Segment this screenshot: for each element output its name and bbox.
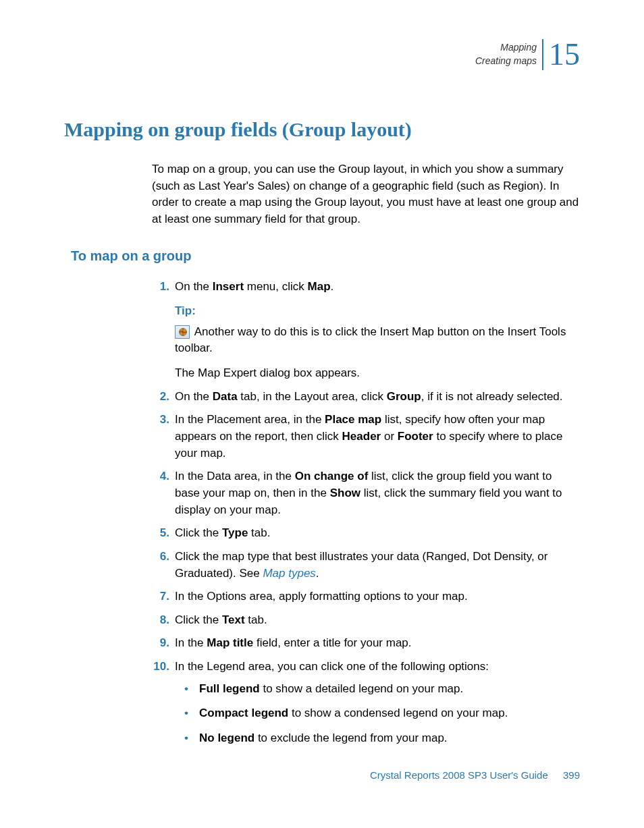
step-9: In the Map title field, enter a title fo…	[152, 635, 580, 652]
footer-title: Crystal Reports 2008 SP3 User's Guide	[370, 769, 548, 781]
tip-body: Another way to do this is to click the I…	[175, 324, 580, 357]
header-line2: Creating maps	[475, 55, 537, 68]
page-number: 399	[563, 769, 580, 781]
step-3: In the Placement area, in the Place map …	[152, 412, 580, 462]
legend-option-compact: Compact legend to show a condensed legen…	[175, 705, 580, 722]
tip-label: Tip:	[175, 303, 580, 320]
legend-option-full: Full legend to show a detailed legend on…	[175, 681, 580, 698]
step-4: In the Data area, in the On change of li…	[152, 468, 580, 518]
step-1: On the Insert menu, click Map. Tip: Anot…	[152, 279, 580, 382]
page-header: Mapping Creating maps 15	[475, 39, 580, 70]
header-line1: Mapping	[475, 41, 537, 55]
legend-option-none: No legend to exclude the legend from you…	[175, 730, 580, 747]
section-heading: To map on a group	[71, 248, 580, 264]
step-8: Click the Text tab.	[152, 612, 580, 629]
step-2: On the Data tab, in the Layout area, cli…	[152, 389, 580, 406]
step-10: In the Legend area, you can click one of…	[152, 659, 580, 747]
legend-options: Full legend to show a detailed legend on…	[175, 681, 580, 747]
header-breadcrumb: Mapping Creating maps	[475, 41, 537, 67]
map-types-link[interactable]: Map types	[263, 567, 315, 580]
intro-paragraph: To map on a group, you can use the Group…	[152, 161, 580, 228]
step-1-result: The Map Expert dialog box appears.	[175, 365, 580, 382]
step-5: Click the Type tab.	[152, 525, 580, 542]
page-footer: Crystal Reports 2008 SP3 User's Guide 39…	[370, 769, 580, 781]
steps-list: On the Insert menu, click Map. Tip: Anot…	[152, 279, 580, 747]
step-7: In the Options area, apply formatting op…	[152, 588, 580, 605]
page-title: Mapping on group fields (Group layout)	[64, 118, 580, 141]
chapter-number: 15	[542, 39, 580, 70]
insert-map-icon	[175, 325, 190, 339]
step-6: Click the map type that best illustrates…	[152, 549, 580, 582]
